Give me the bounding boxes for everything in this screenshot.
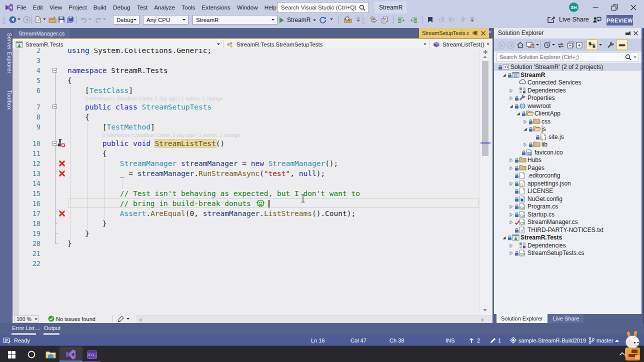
project-dropdown[interactable]: StreamR.Tests xyxy=(12,40,223,48)
tool-tab-toolbox[interactable]: Toolbox xyxy=(0,90,12,110)
visual-studio-search-box[interactable] xyxy=(277,2,369,13)
fold-collapse-icon[interactable] xyxy=(52,104,57,109)
chevron-collapsed-icon[interactable] xyxy=(509,212,514,217)
fold-collapse-icon[interactable] xyxy=(52,141,57,146)
member-dropdown[interactable]: StreamListTest() xyxy=(430,40,492,48)
chevron-down-icon[interactable] xyxy=(103,18,106,20)
status-pending-edits[interactable]: 1 xyxy=(498,337,501,344)
tree-item-site-js[interactable]: site.js xyxy=(494,133,642,141)
minimize-button[interactable] xyxy=(592,4,600,12)
chevron-collapsed-icon[interactable] xyxy=(523,120,528,124)
tree-item-pages[interactable]: Pages xyxy=(494,164,642,172)
close-button[interactable] xyxy=(630,4,638,12)
tree-item-hubs[interactable]: Hubs xyxy=(494,156,642,164)
scroll-right-icon[interactable] xyxy=(482,318,484,322)
startup-project-dropdown[interactable]: StreamR xyxy=(192,15,278,24)
feedback-icon[interactable] xyxy=(592,16,602,24)
menu-edit[interactable]: Edit xyxy=(30,0,46,15)
tree-item-favicon-ico[interactable]: favicon.ico xyxy=(494,148,642,156)
bookmark-prev-icon[interactable] xyxy=(438,16,444,23)
tree-item-dependencies[interactable]: Dependencies xyxy=(494,242,642,250)
chevron-down-icon[interactable] xyxy=(552,44,555,46)
indent-lines-icon[interactable] xyxy=(398,17,405,24)
refresh-icon[interactable] xyxy=(557,42,564,48)
fold-collapse-icon[interactable] xyxy=(52,68,57,72)
tree-item-nuget-config[interactable]: NuGet.config xyxy=(494,195,642,203)
search-input[interactable] xyxy=(278,4,359,10)
bottom-tab-output[interactable]: Output xyxy=(44,325,60,331)
chevron-expanded-icon[interactable] xyxy=(523,127,528,132)
menu-view[interactable]: View xyxy=(46,0,65,15)
start-debugging-button[interactable]: StreamR xyxy=(279,15,316,25)
collapse-recursive-icon[interactable] xyxy=(576,42,583,48)
chevron-collapsed-icon[interactable] xyxy=(509,158,514,162)
cortana[interactable] xyxy=(22,346,41,362)
tree-item-dependencies[interactable]: Dependencies xyxy=(494,86,642,94)
preview-selected-toggle[interactable] xyxy=(616,40,628,50)
properties-wrench-icon[interactable] xyxy=(607,42,614,48)
tree-item-streamsetuptests-cs[interactable]: C#StreamSetupTests.cs xyxy=(494,249,642,257)
chevron-collapsed-icon[interactable] xyxy=(509,96,514,100)
home-icon[interactable] xyxy=(516,42,524,48)
health-check-icon[interactable] xyxy=(48,316,54,322)
nav-back-doc-icon[interactable] xyxy=(370,16,378,24)
chevron-expanded-icon[interactable] xyxy=(502,236,506,240)
visual-studio-taskbar[interactable] xyxy=(60,346,82,362)
terminal[interactable]: C:\_ xyxy=(82,346,102,362)
panel-tab-solution-explorer[interactable]: Solution Explorer xyxy=(496,314,548,323)
preview-button[interactable]: PREVIEW xyxy=(606,15,633,26)
copy-docs-icon[interactable] xyxy=(381,16,388,24)
menu-test[interactable]: Test xyxy=(134,0,151,15)
bookmark-clear-icon[interactable] xyxy=(460,16,466,23)
status-repository[interactable]: sample-StreamR-Build2019 xyxy=(518,337,586,344)
chevron-expanded-icon[interactable] xyxy=(509,104,514,108)
chevron-down-icon[interactable] xyxy=(18,18,20,20)
find-in-files-icon[interactable] xyxy=(344,16,352,24)
user-avatar[interactable]: SH xyxy=(569,2,578,12)
tab-streammanager[interactable]: StreamManager.cs xyxy=(13,28,70,38)
toolbar-overflow-icon[interactable] xyxy=(356,18,360,22)
forward-icon[interactable] xyxy=(507,42,514,49)
tree-item-program-cs[interactable]: C#Program.cs xyxy=(494,202,642,210)
menu-window[interactable]: Window xyxy=(234,0,261,15)
solution-platform-dropdown[interactable]: Any CPU xyxy=(143,15,188,24)
maximize-button[interactable] xyxy=(610,4,618,12)
scrollbar-thumb[interactable] xyxy=(482,61,488,156)
solution-explorer-header[interactable]: Solution Explorer xyxy=(494,28,642,38)
tree-item-streamr[interactable]: StreamR xyxy=(494,71,642,79)
panel-tab-live-share[interactable]: Live Share xyxy=(548,314,584,323)
close-tab-icon[interactable] xyxy=(480,30,486,36)
undo-icon[interactable] xyxy=(80,16,88,24)
tree-item-wwwroot[interactable]: wwwroot xyxy=(494,102,642,110)
file-explorer[interactable] xyxy=(41,346,60,362)
tree-item-properties[interactable]: Properties xyxy=(494,94,642,102)
chevron-down-icon[interactable] xyxy=(43,18,46,20)
forward-icon[interactable] xyxy=(23,16,30,24)
tree-item-lib[interactable]: lib xyxy=(494,140,642,148)
scroll-left-icon[interactable] xyxy=(139,318,142,322)
scroll-up-icon[interactable] xyxy=(483,56,487,58)
new-file-icon[interactable] xyxy=(34,16,42,24)
solution-explorer-search[interactable] xyxy=(496,52,639,62)
chevron-collapsed-icon[interactable] xyxy=(509,88,514,93)
solution-search-input[interactable] xyxy=(497,54,625,60)
solution-configuration-dropdown[interactable]: Debug xyxy=(113,15,140,24)
arrow-up-icon[interactable] xyxy=(469,338,474,344)
vertical-scrollbar[interactable] xyxy=(479,48,491,315)
tab-list-dropdown-icon[interactable] xyxy=(488,32,492,33)
save-icon[interactable] xyxy=(58,16,65,23)
code-cleanup-icon[interactable] xyxy=(117,316,124,322)
back-navigation-icon[interactable] xyxy=(498,42,506,49)
menu-extensions[interactable]: Extensions xyxy=(198,0,234,15)
tree-item-connected-services[interactable]: Connected Services xyxy=(494,78,642,86)
tree-item-editorconfig[interactable]: .editorconfig xyxy=(494,172,642,180)
status-outgoing-commits[interactable]: 2 xyxy=(477,337,480,344)
tree-item-license[interactable]: LICENSE xyxy=(494,187,642,195)
repo-icon[interactable] xyxy=(510,337,516,344)
chevron-collapsed-icon[interactable] xyxy=(509,251,514,256)
menu-project[interactable]: Project xyxy=(66,0,90,15)
tree-item-js[interactable]: js xyxy=(494,125,642,133)
chevron-collapsed-icon[interactable] xyxy=(509,204,514,209)
tree-item-streamr-tests[interactable]: StreamR.Tests xyxy=(494,234,642,242)
chevron-expanded-icon[interactable] xyxy=(516,112,520,116)
